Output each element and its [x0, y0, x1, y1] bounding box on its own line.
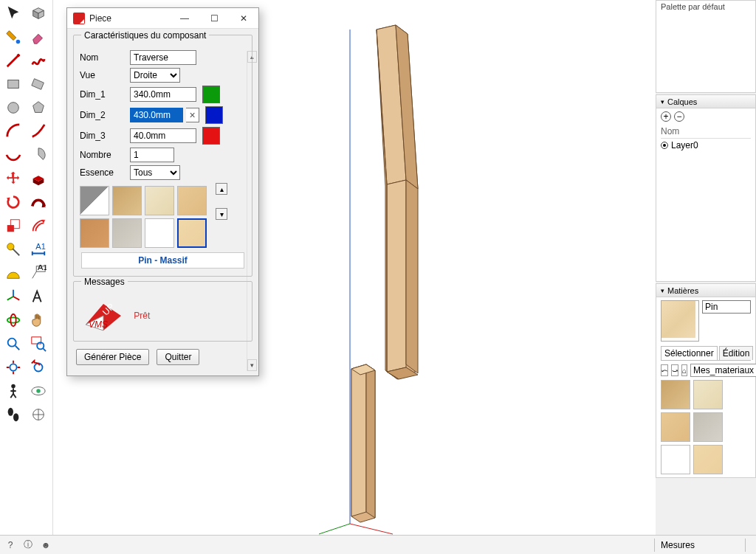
material-swatch[interactable] — [112, 218, 142, 248]
arc-tool[interactable] — [3, 121, 24, 142]
layer-row[interactable]: Layer0 — [661, 140, 751, 150]
quit-button[interactable]: Quitter — [157, 349, 199, 365]
palette-title: Palette par défaut — [656, 1, 755, 14]
zoom-tool[interactable] — [3, 333, 24, 354]
pie-tool[interactable] — [28, 145, 49, 165]
material-swatch[interactable] — [693, 412, 723, 442]
material-swatch[interactable] — [80, 218, 109, 248]
select-essence[interactable]: Tous — [130, 165, 180, 180]
label-nom: Nom — [80, 52, 127, 63]
label-essence: Essence — [80, 167, 127, 178]
svg-line-23 — [319, 524, 350, 534]
material-collection[interactable]: Mes_materiaux — [690, 364, 756, 377]
characteristics-group: Caractéristiques du composant Nom Vue Dr… — [73, 35, 252, 277]
position-camera-tool[interactable] — [3, 381, 24, 401]
input-nom[interactable] — [130, 50, 196, 65]
pan-tool[interactable] — [28, 310, 49, 330]
prev-view-tool[interactable] — [28, 357, 49, 378]
user-icon[interactable]: ☻ — [40, 539, 52, 551]
freehand-tool[interactable] — [28, 50, 49, 71]
material-swatch[interactable] — [693, 380, 723, 409]
zoom-window-tool[interactable] — [28, 333, 49, 354]
close-button[interactable]: ✕ — [229, 8, 258, 28]
material-none[interactable] — [80, 186, 109, 215]
3dtext-tool[interactable] — [28, 286, 49, 307]
app-icon — [73, 13, 85, 24]
input-dim1[interactable] — [130, 87, 196, 102]
polygon-tool[interactable] — [28, 97, 49, 118]
input-nombre[interactable] — [130, 148, 174, 162]
select-tool[interactable] — [3, 3, 24, 24]
remove-layer-button[interactable]: − — [674, 111, 684, 122]
material-grid — [80, 186, 213, 248]
mat-back[interactable]: ⤺ — [661, 364, 668, 376]
svg-rect-1 — [8, 80, 19, 89]
orbit-tool[interactable] — [3, 310, 24, 330]
material-scroll-down[interactable]: ▾ — [216, 208, 227, 220]
materials-grid — [661, 380, 751, 474]
color-dim3 — [202, 127, 220, 145]
section-tool[interactable] — [28, 404, 49, 425]
dialog-titlebar[interactable]: Piece ― ☐ ✕ — [67, 8, 258, 29]
material-swatch-selected[interactable] — [177, 218, 207, 248]
circle-tool[interactable] — [3, 97, 24, 118]
material-swatch[interactable] — [661, 380, 690, 409]
dialog-title-text: Piece — [89, 13, 170, 24]
input-dim2[interactable] — [130, 108, 183, 122]
selected-material-name: Pin - Massif — [81, 252, 244, 269]
info-icon[interactable]: ⓘ — [22, 539, 34, 551]
clear-dim2[interactable]: × — [186, 108, 199, 122]
dimension-tool[interactable]: A1 — [28, 239, 49, 260]
material-swatch[interactable] — [145, 186, 174, 215]
mat-home[interactable]: ⌂ — [681, 364, 687, 376]
material-swatch[interactable] — [661, 445, 690, 474]
arc2-tool[interactable] — [28, 121, 49, 142]
generate-button[interactable]: Générer Pièce — [76, 349, 149, 365]
rotated-rect-tool[interactable] — [28, 74, 49, 94]
look-around-tool[interactable] — [28, 381, 49, 401]
component-tool[interactable] — [28, 3, 49, 24]
rotate-tool[interactable] — [3, 192, 24, 212]
materials-header[interactable]: Matières — [656, 284, 755, 297]
scale-tool[interactable] — [3, 215, 24, 236]
layer-visible-radio[interactable] — [661, 142, 668, 149]
maximize-button[interactable]: ☐ — [199, 8, 229, 28]
eraser-tool[interactable] — [28, 27, 49, 47]
pushpull-tool[interactable] — [28, 168, 49, 189]
tab-select[interactable]: Sélectionner — [661, 346, 718, 360]
walk-tool[interactable] — [3, 404, 24, 425]
protractor-tool[interactable] — [3, 263, 24, 283]
select-vue[interactable]: Droite — [130, 68, 180, 83]
material-scroll-up[interactable]: ▴ — [216, 183, 227, 195]
zoom-extents-tool[interactable] — [3, 357, 24, 378]
material-swatch[interactable] — [693, 445, 723, 474]
messages-group: Messages VMSUP Prêt — [73, 281, 252, 342]
followme-tool[interactable] — [28, 192, 49, 212]
measures-label: Mesures — [661, 540, 739, 550]
minimize-button[interactable]: ― — [170, 8, 199, 28]
material-swatch[interactable] — [177, 186, 207, 215]
line-tool[interactable] — [3, 50, 24, 71]
material-swatch[interactable] — [112, 186, 142, 215]
svg-point-2 — [8, 103, 19, 114]
plugin-logo: VMSUP — [83, 298, 124, 333]
mat-fwd[interactable]: ⤻ — [671, 364, 678, 376]
material-name-input[interactable] — [702, 300, 751, 314]
material-swatch[interactable] — [145, 218, 174, 248]
arc3-tool[interactable] — [3, 145, 24, 165]
move-tool[interactable] — [3, 168, 24, 189]
rectangle-tool[interactable] — [3, 74, 24, 94]
tab-edit[interactable]: Édition — [719, 346, 754, 360]
help-icon[interactable]: ? — [4, 539, 16, 551]
text-tool[interactable]: A1 — [28, 263, 49, 283]
tape-tool[interactable] — [3, 239, 24, 260]
offset-tool[interactable] — [28, 215, 49, 236]
input-dim3[interactable] — [130, 128, 196, 143]
add-layer-button[interactable]: + — [661, 111, 671, 122]
paint-tool[interactable] — [3, 27, 24, 47]
material-swatch[interactable] — [661, 412, 690, 442]
label-dim3: Dim_3 — [80, 131, 127, 141]
axes-tool[interactable] — [3, 286, 24, 307]
layers-header[interactable]: Calques — [656, 95, 755, 108]
svg-point-9 — [7, 317, 20, 322]
